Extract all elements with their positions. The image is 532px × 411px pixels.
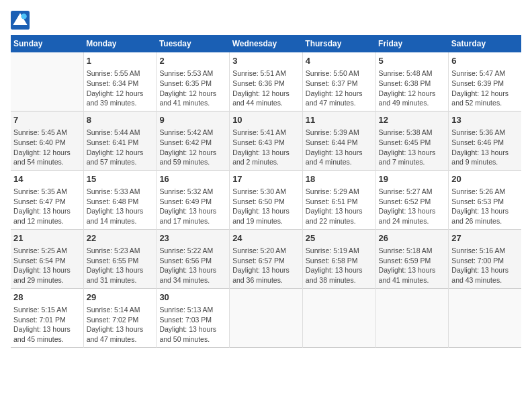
day-number: 14 xyxy=(13,173,81,185)
calendar-week-2: 7Sunrise: 5:45 AM Sunset: 6:40 PM Daylig… xyxy=(11,111,521,170)
calendar-week-5: 28Sunrise: 5:15 AM Sunset: 7:01 PM Dayli… xyxy=(11,288,521,347)
day-number: 15 xyxy=(87,173,154,185)
day-number: 1 xyxy=(87,55,154,67)
day-info: Sunrise: 5:38 AM Sunset: 6:45 PM Dayligh… xyxy=(379,128,446,167)
calendar-cell: 27Sunrise: 5:16 AM Sunset: 7:00 PM Dayli… xyxy=(449,229,521,288)
calendar-cell: 8Sunrise: 5:44 AM Sunset: 6:41 PM Daylig… xyxy=(83,111,157,170)
calendar-cell: 25Sunrise: 5:19 AM Sunset: 6:58 PM Dayli… xyxy=(302,229,375,288)
day-info: Sunrise: 5:48 AM Sunset: 6:38 PM Dayligh… xyxy=(379,68,446,108)
day-number: 8 xyxy=(87,114,154,126)
logo xyxy=(11,11,32,30)
calendar-cell: 29Sunrise: 5:14 AM Sunset: 7:02 PM Dayli… xyxy=(83,288,157,347)
day-number: 21 xyxy=(13,232,81,244)
day-info: Sunrise: 5:23 AM Sunset: 6:55 PM Dayligh… xyxy=(87,246,154,285)
header-day-thursday: Thursday xyxy=(302,35,375,52)
calendar-header-row: SundayMondayTuesdayWednesdayThursdayFrid… xyxy=(11,35,521,52)
day-number: 20 xyxy=(451,173,519,185)
calendar-cell xyxy=(375,288,449,347)
day-number: 25 xyxy=(306,232,373,244)
calendar-cell xyxy=(449,288,521,347)
day-number: 17 xyxy=(232,173,300,185)
day-number: 30 xyxy=(159,291,226,304)
day-number: 4 xyxy=(306,55,373,67)
header-day-monday: Monday xyxy=(83,35,157,52)
day-info: Sunrise: 5:16 AM Sunset: 7:00 PM Dayligh… xyxy=(451,246,519,285)
day-info: Sunrise: 5:27 AM Sunset: 6:52 PM Dayligh… xyxy=(379,187,446,226)
day-info: Sunrise: 5:47 AM Sunset: 6:39 PM Dayligh… xyxy=(451,68,519,108)
calendar-cell: 14Sunrise: 5:35 AM Sunset: 6:47 PM Dayli… xyxy=(11,170,83,229)
day-info: Sunrise: 5:35 AM Sunset: 6:47 PM Dayligh… xyxy=(13,187,81,226)
day-number: 16 xyxy=(159,173,226,185)
svg-point-2 xyxy=(21,13,26,19)
header-day-wednesday: Wednesday xyxy=(230,35,303,52)
day-number: 24 xyxy=(232,232,300,244)
calendar-cell: 24Sunrise: 5:20 AM Sunset: 6:57 PM Dayli… xyxy=(230,229,303,288)
day-number: 26 xyxy=(379,232,446,244)
day-info: Sunrise: 5:25 AM Sunset: 6:54 PM Dayligh… xyxy=(13,246,81,285)
header-day-sunday: Sunday xyxy=(11,35,83,52)
day-info: Sunrise: 5:39 AM Sunset: 6:44 PM Dayligh… xyxy=(306,128,373,167)
calendar-cell: 9Sunrise: 5:42 AM Sunset: 6:42 PM Daylig… xyxy=(157,111,230,170)
day-info: Sunrise: 5:15 AM Sunset: 7:01 PM Dayligh… xyxy=(13,305,81,345)
day-info: Sunrise: 5:36 AM Sunset: 6:46 PM Dayligh… xyxy=(451,128,519,167)
calendar-cell: 12Sunrise: 5:38 AM Sunset: 6:45 PM Dayli… xyxy=(375,111,449,170)
day-number: 29 xyxy=(87,291,154,304)
calendar-cell xyxy=(11,52,83,111)
page-header xyxy=(11,11,521,30)
header-day-friday: Friday xyxy=(375,35,449,52)
day-number: 9 xyxy=(159,114,226,126)
day-number: 7 xyxy=(13,114,81,126)
calendar-cell: 15Sunrise: 5:33 AM Sunset: 6:48 PM Dayli… xyxy=(83,170,157,229)
calendar-cell: 17Sunrise: 5:30 AM Sunset: 6:50 PM Dayli… xyxy=(230,170,303,229)
calendar-cell: 1Sunrise: 5:55 AM Sunset: 6:34 PM Daylig… xyxy=(83,52,157,111)
calendar-cell: 26Sunrise: 5:18 AM Sunset: 6:59 PM Dayli… xyxy=(375,229,449,288)
day-number: 5 xyxy=(379,55,446,67)
calendar-cell: 21Sunrise: 5:25 AM Sunset: 6:54 PM Dayli… xyxy=(11,229,83,288)
calendar-cell: 30Sunrise: 5:13 AM Sunset: 7:03 PM Dayli… xyxy=(157,288,230,347)
header-day-saturday: Saturday xyxy=(449,35,521,52)
day-number: 23 xyxy=(159,232,226,244)
calendar-cell: 19Sunrise: 5:27 AM Sunset: 6:52 PM Dayli… xyxy=(375,170,449,229)
day-info: Sunrise: 5:19 AM Sunset: 6:58 PM Dayligh… xyxy=(306,246,373,285)
header-day-tuesday: Tuesday xyxy=(157,35,230,52)
calendar-cell: 4Sunrise: 5:50 AM Sunset: 6:37 PM Daylig… xyxy=(302,52,375,111)
calendar-cell: 2Sunrise: 5:53 AM Sunset: 6:35 PM Daylig… xyxy=(157,52,230,111)
day-info: Sunrise: 5:26 AM Sunset: 6:53 PM Dayligh… xyxy=(451,187,519,226)
day-info: Sunrise: 5:53 AM Sunset: 6:35 PM Dayligh… xyxy=(159,68,226,108)
calendar-week-4: 21Sunrise: 5:25 AM Sunset: 6:54 PM Dayli… xyxy=(11,229,521,288)
day-info: Sunrise: 5:33 AM Sunset: 6:48 PM Dayligh… xyxy=(87,187,154,226)
day-info: Sunrise: 5:50 AM Sunset: 6:37 PM Dayligh… xyxy=(306,68,373,108)
calendar-cell: 28Sunrise: 5:15 AM Sunset: 7:01 PM Dayli… xyxy=(11,288,83,347)
calendar-week-3: 14Sunrise: 5:35 AM Sunset: 6:47 PM Dayli… xyxy=(11,170,521,229)
day-info: Sunrise: 5:42 AM Sunset: 6:42 PM Dayligh… xyxy=(159,128,226,167)
day-number: 28 xyxy=(13,291,81,304)
calendar-cell: 5Sunrise: 5:48 AM Sunset: 6:38 PM Daylig… xyxy=(375,52,449,111)
day-number: 22 xyxy=(87,232,154,244)
day-info: Sunrise: 5:22 AM Sunset: 6:56 PM Dayligh… xyxy=(159,246,226,285)
day-number: 11 xyxy=(306,114,373,126)
calendar-cell xyxy=(302,288,375,347)
day-info: Sunrise: 5:13 AM Sunset: 7:03 PM Dayligh… xyxy=(159,305,226,345)
day-number: 18 xyxy=(306,173,373,185)
day-info: Sunrise: 5:29 AM Sunset: 6:51 PM Dayligh… xyxy=(306,187,373,226)
day-number: 2 xyxy=(159,55,226,67)
day-number: 3 xyxy=(232,55,300,67)
day-number: 27 xyxy=(451,232,519,244)
day-info: Sunrise: 5:30 AM Sunset: 6:50 PM Dayligh… xyxy=(232,187,300,226)
calendar-cell xyxy=(230,288,303,347)
day-number: 6 xyxy=(451,55,519,67)
calendar-cell: 13Sunrise: 5:36 AM Sunset: 6:46 PM Dayli… xyxy=(449,111,521,170)
calendar-table: SundayMondayTuesdayWednesdayThursdayFrid… xyxy=(11,35,521,348)
day-number: 12 xyxy=(379,114,446,126)
day-info: Sunrise: 5:20 AM Sunset: 6:57 PM Dayligh… xyxy=(232,246,300,285)
day-number: 19 xyxy=(379,173,446,185)
calendar-cell: 23Sunrise: 5:22 AM Sunset: 6:56 PM Dayli… xyxy=(157,229,230,288)
day-info: Sunrise: 5:51 AM Sunset: 6:36 PM Dayligh… xyxy=(232,68,300,108)
day-number: 13 xyxy=(451,114,519,126)
day-info: Sunrise: 5:55 AM Sunset: 6:34 PM Dayligh… xyxy=(87,68,154,108)
calendar-week-1: 1Sunrise: 5:55 AM Sunset: 6:34 PM Daylig… xyxy=(11,52,521,111)
day-info: Sunrise: 5:14 AM Sunset: 7:02 PM Dayligh… xyxy=(87,305,154,345)
calendar-cell: 22Sunrise: 5:23 AM Sunset: 6:55 PM Dayli… xyxy=(83,229,157,288)
logo-icon xyxy=(11,11,30,30)
day-info: Sunrise: 5:44 AM Sunset: 6:41 PM Dayligh… xyxy=(87,128,154,167)
